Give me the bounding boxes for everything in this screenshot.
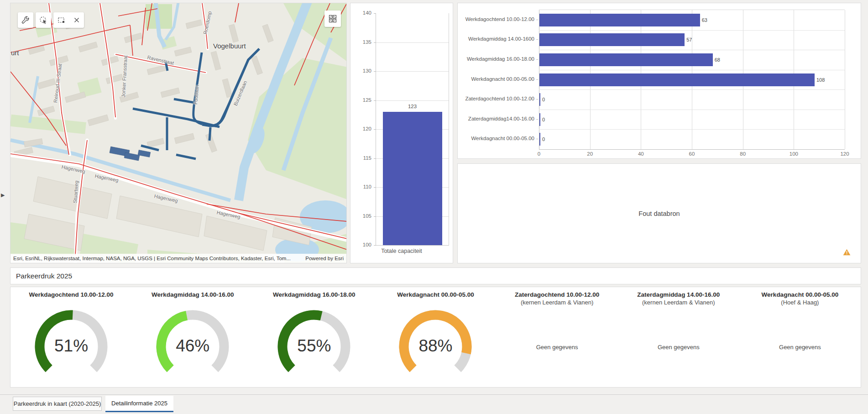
gauge-arc[interactable]: 55% <box>268 308 360 385</box>
y-axis-tick-label: 110 <box>353 184 371 189</box>
x-axis-tick-label: 20 <box>581 151 599 157</box>
gauge-no-data: Geen gegevens <box>497 344 618 351</box>
gauges-panel: Werkdagochtend 10.00-12.0051%Werkdagmidd… <box>10 287 861 388</box>
y-axis-tick-label: 120 <box>353 126 371 131</box>
gauge-title: Zaterdagochtend 10.00-12.00 <box>497 291 618 298</box>
gauge-1: Werkdagochtend 10.00-12.0051% <box>10 287 132 387</box>
axis-tick <box>536 119 538 120</box>
expand-panel-arrow[interactable]: ▶ <box>1 192 5 198</box>
y-axis-tick-label: 125 <box>353 97 371 103</box>
value-bar[interactable] <box>539 73 815 86</box>
gauge-value: 55% <box>268 336 360 356</box>
gauge-7: Werkdagnacht 00.00-05.00(Hoef & Haag)Gee… <box>739 287 861 387</box>
tab-parkeerdruk-in-kaart[interactable]: Parkeerdruk in kaart (2020-2025) <box>13 397 102 411</box>
configure-tool-button[interactable] <box>18 12 33 28</box>
axis-tick <box>536 99 538 100</box>
error-message: Fout databron <box>638 210 680 217</box>
x-axis-tick-label: 100 <box>784 151 803 157</box>
axis-tick <box>374 158 376 159</box>
gauge-title: Werkdagnacht 00.00-05.00 <box>375 291 496 298</box>
gauge-value: 51% <box>26 336 117 356</box>
gauge-subtitle: (kernen Leerdam & Vianen) <box>618 299 739 306</box>
x-axis-tick-label: 60 <box>683 151 701 157</box>
data-error-panel: Fout databron <box>457 163 861 263</box>
basemap <box>10 3 347 263</box>
y-axis-tick-label: 140 <box>353 10 371 16</box>
gauge-subtitle: (Hoef & Haag) <box>739 299 861 306</box>
gridline <box>539 70 845 70</box>
bar-chart-plot: 635768108000 <box>539 10 845 149</box>
selection-tool-group <box>53 12 84 28</box>
value-bar[interactable] <box>539 53 713 66</box>
axis-tick <box>536 20 538 20</box>
bar-value-label: 0 <box>542 93 545 106</box>
powered-by-esri: Powered by Esri <box>305 256 344 261</box>
bar-value-label: 0 <box>542 113 545 126</box>
capacity-chart-plot[interactable]: 100105110115120125130135140123 <box>376 13 449 246</box>
gridline <box>376 42 449 43</box>
capacity-bar[interactable] <box>383 112 442 245</box>
gauge-subtitle: (kernen Leerdam & Vianen) <box>497 299 618 306</box>
bottom-tab-bar: Parkeerdruk in kaart (2020-2025) Detaili… <box>0 394 868 414</box>
value-bar[interactable] <box>539 133 540 146</box>
tab-detailinformatie-2025[interactable]: Detailinformatie 2025 <box>105 396 173 412</box>
gridline <box>539 110 845 110</box>
attribution-text: Esri, EsriNL, Rijkswaterstaat, Intermap,… <box>13 256 291 261</box>
axis-tick <box>536 39 538 40</box>
category-label: Werkdagochtend 10.00-12.00 <box>458 16 534 22</box>
gauge-6: Zaterdagmiddag 14.00-16.00(kernen Leerda… <box>618 287 739 387</box>
rectangle-select-tool-button[interactable] <box>53 12 68 28</box>
gridline <box>539 129 845 130</box>
capacity-axis-label: Totale capaciteit <box>350 248 453 254</box>
bar-value-label: 108 <box>816 73 825 86</box>
axis-tick <box>374 100 376 101</box>
basemap-gallery-button[interactable] <box>324 10 341 27</box>
gridline <box>376 100 449 101</box>
gauge-value: 46% <box>147 336 238 356</box>
axis-tick <box>374 129 376 130</box>
value-bar[interactable] <box>539 33 685 46</box>
gauge-arc[interactable]: 88% <box>390 308 481 385</box>
timeslot-bar-chart-panel: 635768108000020406080100120Werkdagochten… <box>457 3 861 159</box>
gridline <box>539 89 845 90</box>
basemap-grid-icon <box>328 14 337 23</box>
gauge-title: Werkdagochtend 10.00-12.00 <box>10 291 132 298</box>
x-axis-tick-label: 120 <box>836 151 854 157</box>
gauge-no-data: Geen gegevens <box>618 344 739 351</box>
bar-value-label: 57 <box>686 33 692 46</box>
axis-tick <box>374 216 376 217</box>
capacity-chart-panel: 100105110115120125130135140123 Totale ca… <box>350 3 453 263</box>
gauge-arc[interactable]: 46% <box>147 308 238 385</box>
category-label: Werkdagmiddag 14.00-1600 <box>458 36 534 42</box>
x-axis-tick-label: 0 <box>530 151 548 157</box>
gridline <box>539 50 845 50</box>
axis-tick <box>374 42 376 43</box>
value-bar[interactable] <box>539 113 540 126</box>
section-header-panel: Parkeerdruk 2025 <box>10 267 861 284</box>
warning-icon[interactable] <box>843 249 851 257</box>
clear-selection-tool-button[interactable] <box>69 12 84 28</box>
gauge-arc[interactable]: 51% <box>26 308 117 385</box>
close-icon <box>73 16 80 24</box>
y-axis-tick-label: 100 <box>353 242 371 247</box>
category-label: Werkdagnacht 00.00-05.00 <box>458 76 534 82</box>
timeslot-bar-chart[interactable]: 635768108000020406080100120Werkdagochten… <box>458 3 861 158</box>
category-label: Zaterdagochtend 10.00-12.00 <box>458 96 534 101</box>
category-label: Werkdagmiddag 16.00-18.00 <box>458 56 534 62</box>
bar-value-label: 68 <box>715 53 720 66</box>
axis-tick <box>374 13 376 14</box>
x-axis-tick-label: 80 <box>734 151 752 157</box>
axis-tick <box>374 71 376 72</box>
map-panel[interactable]: urtVogelbuurtReinoud III-StraatJonker Fr… <box>10 3 347 263</box>
select-features-tool-button[interactable] <box>36 12 51 28</box>
axis-tick <box>374 245 376 246</box>
gauge-title: Werkdagnacht 00.00-05.00 <box>739 291 861 298</box>
value-bar[interactable] <box>539 14 700 26</box>
lasso-pointer-icon <box>39 16 47 24</box>
dashed-rectangle-icon <box>57 16 65 24</box>
map-attribution: Esri, EsriNL, Rijkswaterstaat, Intermap,… <box>10 254 346 263</box>
section-title: Parkeerdruk 2025 <box>10 272 72 280</box>
y-axis-tick-label: 115 <box>353 155 371 161</box>
x-axis-line <box>539 149 845 150</box>
value-bar[interactable] <box>539 93 540 106</box>
